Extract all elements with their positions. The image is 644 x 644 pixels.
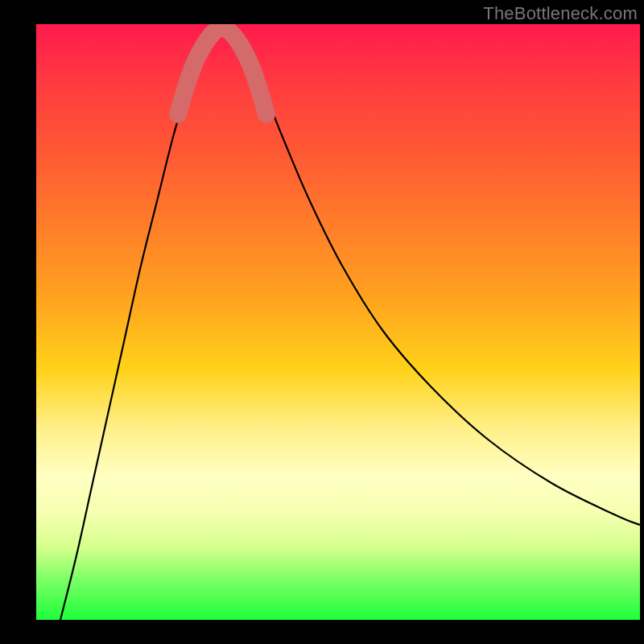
highlight-band xyxy=(178,28,266,114)
curve-layer xyxy=(36,24,640,620)
bottleneck-curve xyxy=(60,26,640,620)
chart-frame: TheBottleneck.com xyxy=(0,0,644,644)
plot-area xyxy=(36,24,640,620)
watermark-text: TheBottleneck.com xyxy=(483,3,638,24)
